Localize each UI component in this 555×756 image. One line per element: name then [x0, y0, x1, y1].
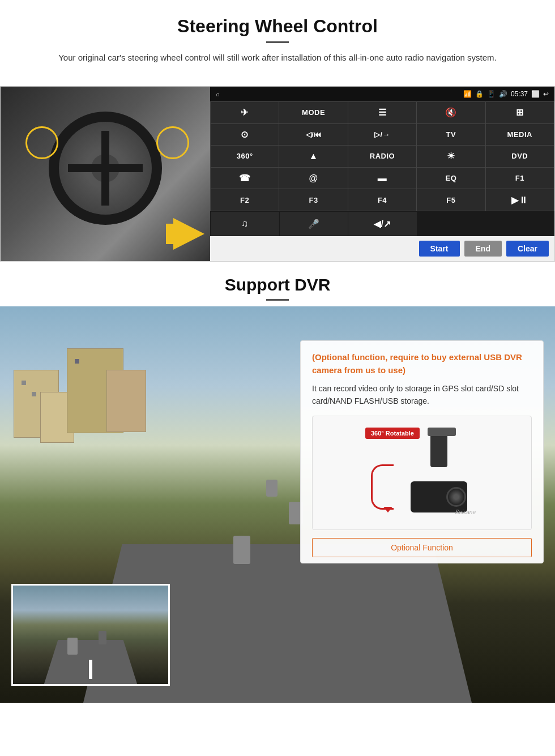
steering-content-area: ⌂ 📶 🔒 📱 🔊 05:37 ⬜ ↩ ✈ MODE ☰ 🔇 ⊞ ⊙ ◁/⏮ ▷…: [0, 86, 555, 262]
dvr-title-divider: [266, 299, 289, 301]
dvr-title: Support DVR: [23, 275, 532, 294]
camera-lens: [446, 487, 466, 507]
btn-brightness[interactable]: ☀: [417, 146, 485, 167]
btn-360[interactable]: 360°: [211, 146, 279, 167]
dvr-header: Support DVR: [0, 262, 555, 306]
thumb-road-line: [89, 660, 92, 680]
btn-f2[interactable]: F2: [211, 189, 279, 211]
steering-wheel: [49, 112, 162, 225]
camera-watermark: Seicane: [455, 509, 476, 515]
dvr-scene: (Optional function, require to buy exter…: [0, 306, 555, 703]
btn-playpause[interactable]: ▶⏸: [486, 189, 554, 211]
btn-apps[interactable]: ⊞: [486, 102, 554, 123]
steering-description: Your original car's steering wheel contr…: [45, 51, 510, 65]
camera-badge: 360° Rotatable: [365, 428, 420, 439]
building-cluster: [0, 326, 266, 544]
btn-f5[interactable]: F5: [417, 189, 485, 211]
arrow-indicator: [173, 218, 204, 250]
btn-prev[interactable]: ◁/⏮: [279, 124, 347, 146]
window-icon: ⬜: [531, 90, 540, 98]
controls-bar: Start End Clear: [210, 236, 554, 261]
btn-vol-seek[interactable]: ◀/↗: [348, 212, 417, 236]
thumb-car2: [99, 631, 106, 644]
btn-web[interactable]: @: [279, 168, 347, 189]
dvr-description: It can record video only to storage in G…: [312, 382, 532, 408]
time-display: 05:37: [511, 90, 528, 98]
vol-icon: 🔊: [499, 90, 507, 98]
thumb-car1: [67, 638, 78, 655]
dvr-section: Support DVR: [0, 262, 555, 703]
back-icon: ↩: [543, 90, 549, 98]
steering-wheel-image: [1, 87, 210, 261]
steering-title: Steering Wheel Control: [23, 16, 532, 37]
btn-next[interactable]: ▷/→: [348, 124, 416, 146]
btn-media[interactable]: MEDIA: [486, 124, 554, 146]
spoke-vertical: [101, 131, 109, 205]
home-icon: ⌂: [216, 91, 220, 97]
btn-mute[interactable]: 🔇: [417, 102, 485, 123]
btn-eject[interactable]: ▲: [279, 146, 347, 167]
wifi-icon: 📶: [463, 90, 472, 98]
rotation-arrow: [371, 464, 394, 510]
btn-radio[interactable]: RADIO: [348, 146, 416, 167]
status-left: ⌂: [216, 91, 220, 97]
optional-function-label: Optional Function: [312, 538, 532, 557]
btn-music[interactable]: ♫: [211, 212, 279, 236]
car-3: [266, 480, 278, 497]
car-1: [233, 536, 250, 564]
btn-settings[interactable]: ⊙: [211, 124, 279, 146]
status-right: 📶 🔒 📱 🔊 05:37 ⬜ ↩: [463, 90, 549, 98]
end-button[interactable]: End: [464, 241, 502, 257]
btn-screen[interactable]: ▬: [348, 168, 416, 189]
dvr-info-box: (Optional function, require to buy exter…: [300, 340, 544, 563]
btn-dvd[interactable]: DVD: [486, 146, 554, 167]
btn-tv[interactable]: TV: [417, 124, 485, 146]
steering-section: Steering Wheel Control Your original car…: [0, 0, 555, 86]
btn-f1[interactable]: F1: [486, 168, 554, 189]
dvr-camera-visual: 360° Rotatable Seicane: [365, 428, 479, 518]
camera-base: [428, 428, 456, 436]
btn-mic[interactable]: 🎤: [280, 212, 348, 236]
clear-button[interactable]: Clear: [506, 241, 549, 257]
btn-f3[interactable]: F3: [279, 189, 347, 211]
ui-panel: ⌂ 📶 🔒 📱 🔊 05:37 ⬜ ↩ ✈ MODE ☰ 🔇 ⊞ ⊙ ◁/⏮ ▷…: [210, 87, 554, 261]
title-divider: [266, 41, 289, 43]
dvr-camera-box: 360° Rotatable Seicane: [312, 416, 532, 530]
button-grid: ✈ MODE ☰ 🔇 ⊞ ⊙ ◁/⏮ ▷/→ TV MEDIA 360° ▲ R…: [210, 101, 554, 211]
btn-f4[interactable]: F4: [348, 189, 416, 211]
btn-menu[interactable]: ☰: [348, 102, 416, 123]
lock-icon: 🔒: [475, 90, 484, 98]
right-control-circle: [156, 126, 189, 159]
dvr-thumbnail: [11, 584, 170, 686]
left-control-circle: [25, 126, 58, 159]
btn-navigation[interactable]: ✈: [211, 102, 279, 123]
start-button[interactable]: Start: [419, 241, 460, 257]
btn-mode[interactable]: MODE: [279, 102, 347, 123]
dvr-optional-text: (Optional function, require to buy exter…: [312, 351, 532, 377]
status-bar: ⌂ 📶 🔒 📱 🔊 05:37 ⬜ ↩: [210, 87, 554, 101]
screen-icon: 📱: [487, 90, 496, 98]
btn-eq[interactable]: EQ: [417, 168, 485, 189]
btn-phone[interactable]: ☎: [211, 168, 279, 189]
